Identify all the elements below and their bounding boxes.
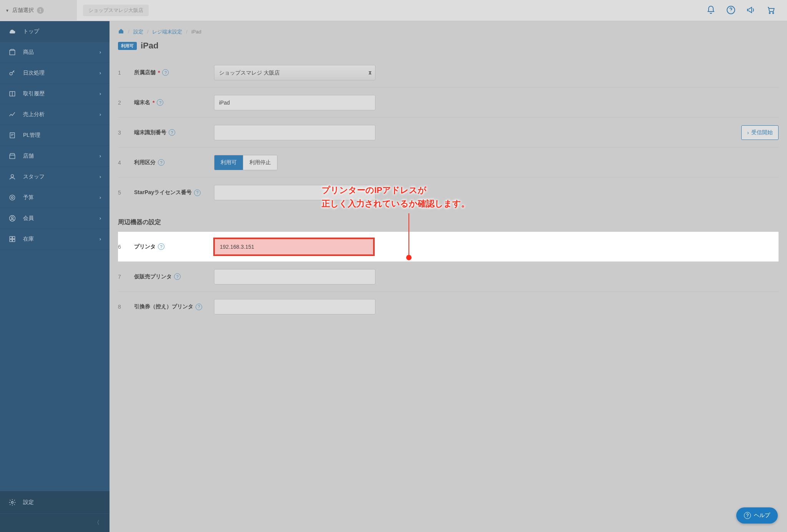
page-title: iPad — [141, 41, 158, 51]
chevron-right-icon: › — [100, 153, 101, 159]
row-label: StarPayライセンス番号 ? — [134, 189, 207, 196]
sidebar-item-top[interactable]: トップ — [0, 21, 110, 42]
row-terminal-name: 2 端末名* ? — [118, 88, 779, 118]
sidebar-item-history[interactable]: 取引履歴 › — [0, 83, 110, 104]
box-icon — [8, 48, 16, 56]
svg-point-2 — [769, 12, 770, 13]
voucher-printer-input[interactable] — [214, 299, 375, 314]
sidebar-item-daily[interactable]: 日次処理 › — [0, 63, 110, 83]
store-name-pill[interactable]: ショップスマレジ大阪店 — [83, 5, 149, 16]
sidebar-item-stores[interactable]: 店舗 › — [0, 146, 110, 166]
sidebar-item-members[interactable]: 会員 › — [0, 208, 110, 229]
row-number: 7 — [118, 274, 127, 280]
required-mark: * — [153, 100, 154, 106]
row-label: 端末名* ? — [134, 99, 207, 106]
store-icon — [8, 152, 16, 160]
help-icon[interactable]: ? — [174, 273, 181, 280]
chart-icon — [8, 111, 16, 118]
sidebar-item-label: 店舗 — [23, 153, 34, 160]
row-printer: 6 プリンタ ? — [118, 232, 779, 262]
sidebar-item-settings[interactable]: 設定 — [0, 491, 110, 514]
row-label: 利用区分 ? — [134, 159, 207, 166]
sidebar-item-label: 在庫 — [23, 236, 34, 243]
store-count-badge: 1 — [37, 7, 44, 14]
chevron-right-icon: › — [100, 70, 101, 76]
row-store: 1 所属店舗* ? ショップスマレジ 大阪店 — [118, 58, 779, 88]
sidebar-item-label: 商品 — [23, 49, 34, 56]
help-icon[interactable] — [726, 5, 736, 16]
store-selector-label: 店舗選択 — [12, 7, 34, 14]
sidebar-item-label: 日次処理 — [23, 70, 45, 76]
starpay-license-input[interactable] — [214, 185, 375, 200]
help-icon[interactable]: ? — [158, 243, 164, 250]
help-fab-label: ヘルプ — [754, 512, 770, 519]
store-selector[interactable]: ▼ 店舗選択 1 — [0, 0, 77, 21]
terminal-id-input[interactable] — [214, 125, 375, 140]
target-icon — [8, 194, 16, 201]
help-icon[interactable]: ? — [194, 190, 201, 196]
help-icon[interactable]: ? — [196, 304, 202, 310]
chevron-down-icon: ▼ — [5, 8, 9, 13]
sidebar: トップ 商品 › 日次処理 › 取引履歴 › 売上分析 › PL管理 店舗 — [0, 21, 110, 532]
chevron-right-icon: › — [747, 130, 749, 136]
row-number: 2 — [118, 100, 127, 106]
printer-highlight-frame — [214, 238, 374, 255]
help-icon[interactable]: ? — [158, 159, 164, 166]
printer-ip-input[interactable] — [215, 239, 373, 254]
svg-point-10 — [12, 196, 13, 198]
temp-sale-printer-input[interactable] — [214, 269, 375, 284]
sidebar-item-label: スタッフ — [23, 173, 45, 180]
sidebar-item-label: 売上分析 — [23, 111, 45, 118]
start-receive-button[interactable]: › 受信開始 — [741, 125, 779, 140]
row-starpay: 5 StarPayライセンス番号 ? — [118, 178, 779, 208]
key-icon — [8, 69, 16, 77]
row-usage: 4 利用区分 ? 利用可 利用停止 — [118, 148, 779, 178]
sidebar-item-products[interactable]: 商品 › — [0, 42, 110, 63]
sidebar-collapse[interactable]: 〈 — [0, 514, 110, 532]
sidebar-item-label: 会員 — [23, 215, 34, 222]
sidebar-item-label: 取引履歴 — [23, 90, 45, 97]
row-number: 8 — [118, 304, 127, 310]
store-select[interactable]: ショップスマレジ 大阪店 — [214, 65, 375, 80]
svg-rect-13 — [10, 236, 12, 239]
svg-rect-4 — [10, 50, 15, 55]
breadcrumb-settings[interactable]: 設定 — [133, 28, 143, 35]
row-number: 5 — [118, 190, 127, 196]
announcement-icon[interactable] — [746, 5, 755, 16]
cart-icon[interactable] — [766, 5, 775, 16]
sidebar-item-stock[interactable]: 在庫 › — [0, 229, 110, 249]
svg-rect-15 — [10, 239, 12, 241]
help-icon[interactable]: ? — [169, 129, 175, 136]
help-icon[interactable]: ? — [162, 69, 169, 76]
help-icon[interactable]: ? — [157, 99, 163, 106]
user-icon — [8, 173, 16, 181]
usage-enabled-button[interactable]: 利用可 — [214, 155, 243, 170]
row-label: 引換券（控え）プリンタ ? — [134, 303, 207, 310]
sidebar-item-pl[interactable]: PL管理 — [0, 125, 110, 146]
sidebar-item-staff[interactable]: スタッフ › — [0, 166, 110, 187]
breadcrumb-home[interactable] — [118, 28, 124, 35]
sidebar-item-label: PL管理 — [23, 132, 40, 139]
breadcrumb: / 設定 / レジ端末設定 / iPad — [110, 21, 787, 39]
help-fab[interactable]: ? ヘルプ — [736, 507, 778, 524]
cloud-icon — [8, 28, 16, 35]
row-number: 1 — [118, 70, 127, 76]
svg-point-5 — [10, 72, 12, 75]
usage-disabled-button[interactable]: 利用停止 — [243, 155, 277, 170]
chevron-right-icon: › — [100, 49, 101, 55]
svg-point-1 — [731, 12, 731, 12]
usage-segment: 利用可 利用停止 — [214, 155, 277, 170]
svg-point-9 — [10, 195, 15, 200]
breadcrumb-terminal-settings[interactable]: レジ端末設定 — [152, 28, 182, 35]
sidebar-item-label: 予算 — [23, 194, 34, 201]
member-icon — [8, 214, 16, 222]
chevron-left-icon: 〈 — [94, 519, 100, 526]
sidebar-item-budget[interactable]: 予算 › — [0, 187, 110, 208]
bell-icon[interactable] — [706, 5, 716, 16]
terminal-name-input[interactable] — [214, 95, 375, 110]
chevron-right-icon: › — [100, 111, 101, 117]
row-label: 所属店舗* ? — [134, 69, 207, 76]
sidebar-item-sales[interactable]: 売上分析 › — [0, 104, 110, 125]
report-icon — [8, 131, 16, 139]
peripherals-heading: 周辺機器の設定 — [118, 208, 779, 232]
